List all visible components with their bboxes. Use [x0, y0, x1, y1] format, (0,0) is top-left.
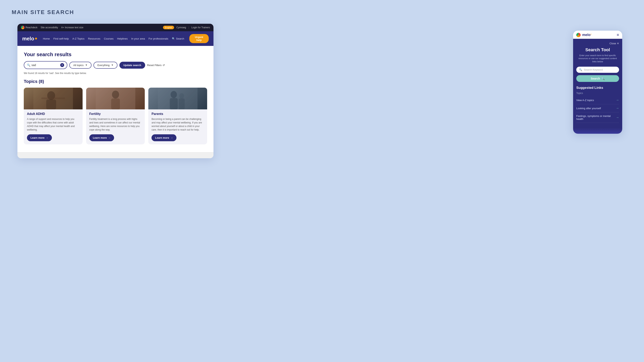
card-img-3 [148, 88, 207, 109]
hamburger-icon[interactable]: ≡ [617, 33, 619, 37]
arrow-icon-1: → [46, 136, 48, 139]
lang-english-btn[interactable]: English [163, 26, 174, 29]
login-link[interactable]: Login for Trainers [192, 26, 210, 29]
card-body-2: Fertility Fertility treatment is a long … [86, 109, 145, 144]
nav-item-for-professionals[interactable]: For professionals [148, 37, 168, 40]
search-input[interactable]: sad [32, 63, 60, 67]
mobile-mockup: melo● ≡ Close ✕ Search Tool Enter your s… [573, 31, 622, 134]
card-adult-adhd: Adult ADHD A range of support and resour… [24, 88, 82, 144]
mobile-top-bar: melo● ≡ [573, 31, 622, 39]
cards-row: Adult ADHD A range of support and resour… [24, 88, 207, 144]
mobile-search-title: Search Tool [576, 47, 619, 52]
search-input-wrap: 🔍 sad ✕ [24, 61, 67, 69]
search-icon-sm: 🔍 [27, 63, 30, 67]
card-parents: Parents Becoming or being a parent can b… [148, 88, 207, 144]
mobile-search-btn[interactable]: Search 🔍 [576, 75, 619, 82]
card-title-3: Parents [152, 112, 204, 116]
topics-label: Topics [576, 92, 619, 95]
suggested-link-feelings[interactable]: Feelings, symptoms or mental health → [576, 112, 619, 123]
mobile-search-btn-icon: 🔍 [601, 77, 604, 80]
urgent-help-btn[interactable]: Urgent help [189, 34, 209, 43]
suggested-link-az-topics-label: View A-Z topics [576, 99, 594, 102]
svg-rect-11 [179, 99, 185, 109]
results-info: We found 18 results for 'sad'. See the r… [24, 72, 207, 75]
search-icon-nav: 🔍 [172, 37, 175, 40]
nav-item-in-your-area[interactable]: In your area [131, 37, 145, 40]
results-title: Your search results [24, 51, 207, 58]
nav: melo Home Find self-help A-Z Topics Reso… [18, 31, 214, 46]
filter-everything-dropdown[interactable]: Everything ▼ [94, 62, 118, 69]
nav-item-resources[interactable]: Resources [88, 37, 100, 40]
nav-search-btn[interactable]: 🔍 Search [172, 37, 184, 40]
arrow-icon-link1: → [616, 98, 619, 102]
nav-item-courses[interactable]: Courses [104, 37, 114, 40]
mobile-melo-logo: melo● [582, 33, 592, 37]
filter-everything-label: Everything [98, 64, 110, 67]
mobile-search-subtitle: Enter your search term to find specific … [576, 54, 619, 63]
mobile-close-btn[interactable]: Close ✕ [610, 42, 619, 45]
card-title-2: Fertility [89, 112, 142, 116]
learn-more-btn-3[interactable]: Learn more → [152, 134, 176, 141]
card-img-2 [86, 88, 145, 109]
reachdeck-logo: Reachdeck [21, 26, 38, 29]
card-desc-1: A range of support and resources to help… [27, 117, 80, 132]
clear-search-btn[interactable]: ✕ [60, 63, 64, 67]
nav-items: Home Find self-help A-Z Topics Resources… [43, 34, 209, 43]
update-search-btn[interactable]: Update search [120, 62, 145, 69]
reachdeck-icon [21, 26, 24, 29]
chevron-down-icon: ▼ [85, 64, 88, 66]
filter-topics-dropdown[interactable]: All topics ▼ [69, 62, 92, 69]
card-body-3: Parents Becoming or being a parent can b… [148, 109, 207, 144]
suggested-link-az-topics[interactable]: View A-Z topics → [576, 96, 619, 104]
nav-logo: melo [22, 36, 37, 42]
card-desc-2: Fertility treatment is a long process wi… [89, 117, 142, 132]
logo-dot [35, 38, 37, 39]
learn-more-btn-2[interactable]: Learn more → [89, 134, 114, 141]
chevron-down-icon-2: ▼ [111, 64, 114, 66]
accessibility-link[interactable]: Site accessibility [40, 26, 58, 29]
page-label: MAIN SITE SEARCH [12, 9, 74, 15]
mobile-search-panel: Close ✕ Search Tool Enter your search te… [573, 39, 622, 128]
card-fertility: Fertility Fertility treatment is a long … [86, 88, 145, 144]
svg-rect-3 [41, 98, 65, 99]
top-bar-right: English Cymraeg | Login for Trainers [163, 26, 210, 29]
suggested-link-looking-after-label: Looking after yourself [576, 107, 601, 110]
card-img-1 [24, 88, 82, 109]
reset-icon: ↺ [162, 64, 165, 67]
close-icon: ✕ [617, 42, 619, 45]
mobile-search-input-wrap: 🔍 Search Keyword [576, 67, 619, 73]
nav-item-az-topics[interactable]: A-Z Topics [72, 37, 84, 40]
arrow-icon-2: → [108, 136, 110, 139]
card-body-1: Adult ADHD A range of support and resour… [24, 109, 82, 144]
svg-point-8 [171, 91, 177, 98]
reset-filters-label: Reset Filters [147, 64, 162, 67]
arrow-icon-link3: → [616, 116, 619, 119]
reachdeck-label: Reachdeck [26, 26, 38, 29]
svg-rect-6 [111, 99, 120, 109]
topics-section-title: Topics (8) [24, 79, 207, 84]
mobile-search-icon: 🔍 [579, 68, 582, 71]
svg-point-10 [180, 93, 184, 99]
learn-more-btn-1[interactable]: Learn more → [27, 134, 52, 141]
lang-cymraeg-link[interactable]: Cymraeg [176, 26, 186, 29]
reset-filters-btn[interactable]: Reset Filters ↺ [147, 64, 165, 67]
card-title-1: Adult ADHD [27, 112, 80, 116]
mobile-search-input[interactable]: Search Keyword [584, 68, 602, 71]
suggested-link-feelings-label: Feelings, symptoms or mental health [576, 115, 616, 121]
svg-rect-9 [170, 98, 178, 109]
arrow-icon-link2: → [616, 106, 619, 110]
suggested-link-looking-after[interactable]: Looking after yourself → [576, 104, 619, 112]
mobile-logo-area: melo● [576, 33, 592, 37]
desktop-browser: Reachdeck Site accessibility A+ Increase… [18, 24, 214, 158]
nav-item-find-self-help[interactable]: Find self-help [53, 37, 69, 40]
mobile-close-row: Close ✕ [576, 42, 619, 45]
nav-item-helplines[interactable]: Helplines [117, 37, 128, 40]
suggested-links-title: Suggested Links [576, 86, 619, 90]
nav-item-home[interactable]: Home [43, 37, 50, 40]
mobile-bottom-fade [573, 128, 622, 134]
browser-bottom [18, 152, 214, 158]
text-size-link[interactable]: A+ Increase text size [61, 26, 83, 29]
filter-topics-label: All topics [73, 64, 84, 67]
svg-point-5 [112, 91, 119, 99]
arrow-icon-3: → [170, 136, 173, 139]
